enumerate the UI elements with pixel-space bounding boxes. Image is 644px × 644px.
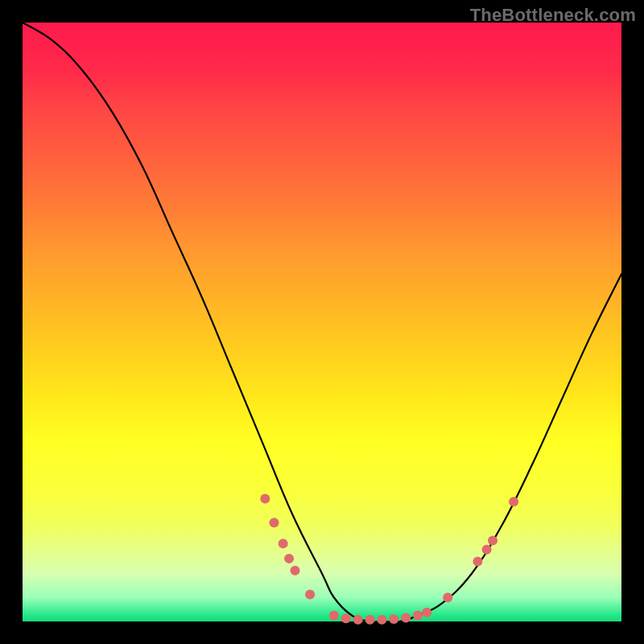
data-marker (329, 611, 339, 621)
data-marker (389, 614, 398, 624)
data-marker (269, 518, 279, 527)
data-marker (341, 613, 351, 623)
data-marker (291, 566, 300, 576)
chart-container: TheBottleneck.com (0, 0, 644, 644)
data-marker (488, 536, 497, 546)
data-marker (401, 613, 411, 623)
marker-group (260, 493, 518, 624)
plot-area (23, 23, 621, 621)
data-marker (365, 615, 375, 625)
data-marker (443, 592, 452, 602)
data-marker (284, 554, 294, 564)
data-marker (473, 557, 482, 567)
chart-svg (23, 23, 621, 621)
data-marker (413, 611, 423, 621)
data-marker (260, 493, 270, 503)
data-marker (279, 539, 288, 548)
watermark-text: TheBottleneck.com (470, 5, 636, 26)
data-marker (377, 615, 386, 625)
bottleneck-curve (23, 23, 621, 622)
data-marker (509, 497, 518, 506)
data-marker (482, 545, 492, 555)
data-marker (353, 615, 363, 625)
data-marker (305, 590, 315, 600)
data-marker (422, 608, 431, 617)
